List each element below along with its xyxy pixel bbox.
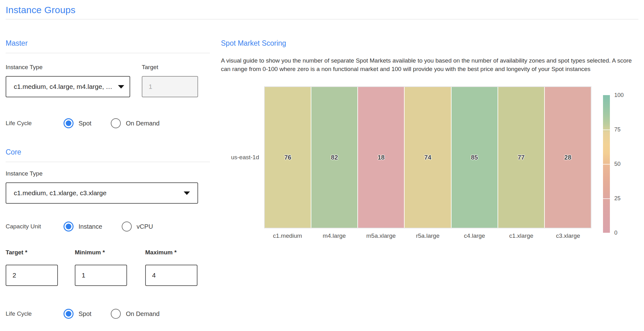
heatmap-cell-value: 18 bbox=[378, 154, 385, 161]
instance-groups-page: Instance Groups Master Instance Type c1.… bbox=[0, 0, 644, 319]
core-maximum-input[interactable] bbox=[145, 265, 197, 286]
master-lifecycle-option-on-demand[interactable]: On Demand bbox=[111, 118, 160, 128]
radio-unselected-icon[interactable] bbox=[111, 309, 121, 319]
core-section: Core Instance Type c1.medium, c1.xlarge,… bbox=[6, 148, 210, 319]
colorbar-separator bbox=[603, 164, 610, 165]
master-divider bbox=[6, 53, 210, 53]
core-instance-type-label: Instance Type bbox=[6, 170, 210, 177]
core-capacity-option-vcpu[interactable]: vCPU bbox=[122, 222, 153, 232]
heatmap-cell-value: 28 bbox=[564, 154, 571, 161]
master-instance-type-dropdown[interactable]: c1.medium, c4.large, m4.large, … bbox=[6, 76, 130, 97]
heatmap-row-label: us-east-1d bbox=[221, 86, 264, 228]
colorbar-tick: 100 bbox=[614, 92, 624, 99]
heatmap-column-label: c3.xlarge bbox=[545, 232, 591, 239]
colorbar-tick: 75 bbox=[614, 126, 621, 133]
master-instance-type-label: Instance Type bbox=[6, 64, 130, 71]
heatmap-cell-value: 82 bbox=[331, 154, 338, 161]
core-minimum-field: Minimum * bbox=[75, 249, 127, 286]
colorbar-tick: 50 bbox=[614, 161, 621, 167]
core-lifecycle-label: Life Cycle bbox=[6, 310, 64, 317]
chevron-down-icon bbox=[184, 191, 190, 195]
heatmap-cell: 74 bbox=[405, 87, 451, 228]
colorbar-tick: 25 bbox=[614, 195, 621, 202]
heatmap-cell: 18 bbox=[358, 87, 404, 228]
radio-unselected-icon[interactable] bbox=[111, 118, 121, 128]
heatmap-column-label: r5a.large bbox=[404, 232, 451, 239]
heatmap-cell-value: 77 bbox=[518, 154, 524, 161]
master-instance-type-value: c1.medium, c4.large, m4.large, … bbox=[14, 83, 112, 90]
core-capacity-unit-label: Capacity Unit bbox=[6, 223, 64, 230]
radio-selected-icon[interactable] bbox=[64, 309, 74, 319]
core-minimum-label: Minimum * bbox=[75, 249, 127, 256]
heatmap-cell: 77 bbox=[498, 87, 544, 228]
scoring-description: A visual guide to show you the number of… bbox=[221, 56, 639, 73]
master-heading: Master bbox=[6, 39, 210, 48]
heatmap-column-label: c1.xlarge bbox=[498, 232, 544, 239]
colorbar-tick: 0 bbox=[614, 230, 617, 236]
heatmap-cell-value: 85 bbox=[471, 154, 478, 161]
radio-option-label: vCPU bbox=[137, 223, 153, 230]
core-maximum-label: Maximum * bbox=[145, 249, 197, 256]
radio-selected-icon[interactable] bbox=[64, 118, 74, 128]
heatmap-x-axis: c1.medium m4.large m5a.xlarge r5a.large … bbox=[264, 232, 591, 239]
core-instance-type-dropdown[interactable]: c1.medium, c1.xlarge, c3.xlarge bbox=[6, 182, 198, 204]
master-target-label: Target bbox=[142, 64, 198, 71]
core-lifecycle-row: Life Cycle Spot On Demand bbox=[6, 309, 210, 319]
heatmap-colorbar: 100 75 50 25 0 bbox=[603, 95, 610, 239]
heatmap-grid: 76 82 18 74 85 77 28 bbox=[264, 86, 591, 228]
radio-selected-icon[interactable] bbox=[64, 222, 74, 232]
master-lifecycle-option-spot[interactable]: Spot bbox=[64, 118, 91, 128]
master-target-field: Target bbox=[142, 64, 198, 97]
chevron-down-icon bbox=[118, 85, 124, 89]
core-capacity-unit-row: Capacity Unit Instance vCPU bbox=[6, 222, 210, 232]
heatmap-cell: 85 bbox=[452, 87, 498, 228]
core-heading: Core bbox=[6, 148, 210, 156]
radio-option-label: Spot bbox=[79, 310, 91, 318]
core-lifecycle-option-spot[interactable]: Spot bbox=[64, 309, 91, 319]
heatmap-cell-value: 76 bbox=[284, 154, 291, 161]
heatmap-column-label: m5a.xlarge bbox=[358, 232, 404, 239]
heatmap-cell: 28 bbox=[545, 87, 591, 228]
core-divider bbox=[6, 162, 210, 162]
heatmap-cell: 76 bbox=[265, 87, 311, 228]
colorbar-separator bbox=[603, 198, 610, 199]
core-lifecycle-option-on-demand[interactable]: On Demand bbox=[111, 309, 160, 319]
master-target-input bbox=[142, 76, 198, 97]
core-capacity-option-instance[interactable]: Instance bbox=[64, 222, 102, 232]
heatmap-column-label: m4.large bbox=[311, 232, 357, 239]
core-target-label: Target * bbox=[6, 249, 58, 256]
heatmap-cell-value: 74 bbox=[424, 154, 431, 161]
scoring-heading: Spot Market Scoring bbox=[221, 39, 640, 48]
colorbar-scale: 100 75 50 25 0 bbox=[614, 95, 633, 233]
radio-option-label: On Demand bbox=[126, 120, 160, 127]
master-instance-type-field: Instance Type c1.medium, c4.large, m4.la… bbox=[6, 64, 130, 97]
master-lifecycle-row: Life Cycle Spot On Demand bbox=[6, 118, 210, 128]
instance-groups-form: Master Instance Type c1.medium, c4.large… bbox=[6, 19, 210, 319]
heatmap-cell: 82 bbox=[311, 87, 357, 228]
core-minimum-input[interactable] bbox=[75, 265, 127, 286]
radio-option-label: Instance bbox=[79, 223, 102, 230]
radio-option-label: On Demand bbox=[126, 310, 160, 318]
core-instance-type-value: c1.medium, c1.xlarge, c3.xlarge bbox=[14, 189, 106, 197]
master-section: Master Instance Type c1.medium, c4.large… bbox=[6, 39, 210, 128]
heatmap-column-label: c1.medium bbox=[264, 232, 311, 239]
spot-market-scoring-panel: Spot Market Scoring A visual guide to sh… bbox=[221, 19, 640, 239]
colorbar-separator bbox=[603, 130, 610, 130]
core-target-field: Target * bbox=[6, 249, 58, 286]
master-lifecycle-label: Life Cycle bbox=[6, 120, 64, 127]
colorbar-gradient bbox=[603, 95, 610, 233]
page-title: Instance Groups bbox=[6, 4, 638, 16]
radio-unselected-icon[interactable] bbox=[122, 222, 132, 232]
spot-market-heatmap: us-east-1d 76 82 18 74 85 77 28 c1.mediu… bbox=[221, 86, 640, 239]
heatmap-column-label: c4.large bbox=[451, 232, 498, 239]
radio-option-label: Spot bbox=[79, 120, 91, 127]
core-maximum-field: Maximum * bbox=[145, 249, 197, 286]
core-target-input[interactable] bbox=[6, 265, 58, 286]
